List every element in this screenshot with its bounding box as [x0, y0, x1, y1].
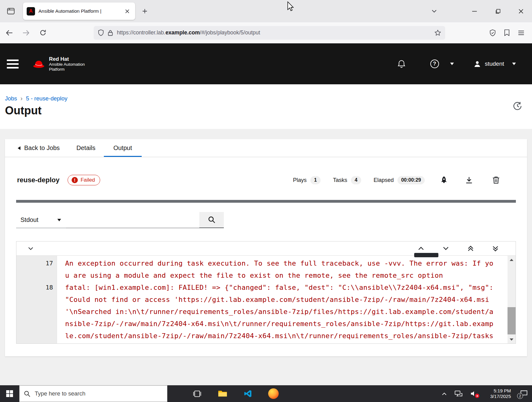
address-bar[interactable]: https://controller.lab.example.com/#/job… — [94, 26, 445, 40]
breadcrumb-jobs-link[interactable]: Jobs — [5, 95, 17, 102]
app-menu-icon[interactable] — [514, 26, 528, 40]
collapse-all-icon[interactable] — [28, 247, 33, 250]
tab-output-label: Output — [113, 144, 132, 152]
tab-close-icon[interactable] — [123, 7, 131, 15]
back-button[interactable] — [2, 25, 17, 40]
line-number: 18 — [16, 281, 57, 294]
scroll-next-icon[interactable] — [443, 247, 449, 250]
output-filter-select[interactable]: Stdout — [16, 212, 66, 228]
log-text: "Could not find or access 'https://git.l… — [57, 294, 489, 306]
scroll-first-icon[interactable] — [468, 246, 473, 251]
delete-trash-icon[interactable] — [492, 176, 500, 184]
network-icon[interactable] — [454, 390, 463, 397]
url-text: https://controller.lab.example.com/#/job… — [117, 29, 435, 36]
failed-exclamation-icon: ! — [72, 177, 78, 183]
help-caret-icon[interactable] — [450, 63, 454, 65]
taskbar-search-input[interactable] — [35, 390, 146, 397]
log-text: An exception occurred during task execut… — [57, 257, 494, 269]
output-search-toolbar: Stdout — [16, 212, 516, 228]
status-label: Failed — [81, 177, 95, 183]
log-text: u are using a module and expect the file… — [57, 269, 443, 281]
scroll-previous-icon[interactable] — [418, 247, 424, 250]
new-tab-button[interactable] — [138, 5, 151, 18]
page-header: Jobs › 5 - reuse-deploy Output — [0, 84, 532, 129]
window-minimize-button[interactable] — [463, 0, 486, 22]
line-number — [16, 269, 57, 281]
tracking-shield-icon[interactable] — [98, 29, 104, 36]
scrollbar-up-icon[interactable] — [508, 256, 516, 264]
taskbar-search[interactable] — [19, 385, 167, 402]
tray-expand-chevron-icon[interactable] — [442, 392, 446, 395]
log-line[interactable]: u are using a module and expect the file… — [16, 269, 516, 281]
line-number — [16, 330, 57, 342]
download-icon[interactable] — [465, 176, 473, 184]
elapsed-label: Elapsed — [374, 177, 394, 183]
breadcrumb-separator-icon: › — [20, 95, 23, 102]
nav-toggle-icon[interactable] — [7, 60, 20, 68]
log-line[interactable]: "Could not find or access 'https://git.l… — [16, 294, 516, 306]
browser-tab[interactable]: A Ansible Automation Platform | — [23, 2, 135, 20]
vscode-icon[interactable] — [239, 385, 257, 402]
volume-muted-badge — [475, 394, 479, 398]
help-icon[interactable]: ? — [430, 60, 439, 68]
brand-logo: Red Hat Ansible Automation Platform — [32, 56, 85, 72]
line-number: 17 — [16, 257, 57, 269]
log-line[interactable]: 18 fatal: [win1.example.com]: FAILED! =>… — [16, 281, 516, 294]
username[interactable]: student — [485, 60, 504, 67]
tab-details-label: Details — [77, 144, 95, 152]
breadcrumb-current-link[interactable]: 5 - reuse-deploy — [26, 95, 68, 102]
window-maximize-button[interactable] — [486, 0, 510, 22]
tab-list-chevron-icon[interactable] — [427, 4, 441, 18]
log-line[interactable]: 17 An exception occurred during task exe… — [16, 257, 516, 269]
notifications-bell-icon[interactable] — [397, 60, 406, 68]
job-output-card: Back to Jobs Details Output reuse-deploy… — [5, 139, 527, 356]
windows-logo-icon — [6, 390, 13, 397]
status-badge: ! Failed — [68, 175, 100, 185]
log-line[interactable]: nsible-7zip/-/raw/main/7z2404-x64.msi\n\… — [16, 318, 516, 330]
firefox-icon[interactable] — [264, 385, 283, 402]
bookmark-star-icon[interactable] — [435, 30, 441, 36]
taskbar-clock[interactable]: 5:19 PM 3/17/2025 — [484, 388, 511, 399]
action-center-icon[interactable]: 2 — [520, 390, 528, 397]
back-triangle-icon — [18, 146, 20, 150]
history-icon[interactable] — [512, 101, 522, 111]
log-line[interactable]: '\nSearched in:\n\t/runner/requirements_… — [16, 306, 516, 318]
line-number — [16, 294, 57, 306]
brand-text: Red Hat Ansible Automation Platform — [49, 56, 85, 72]
windows-taskbar: 5:19 PM 3/17/2025 2 — [0, 385, 532, 402]
tab-output[interactable]: Output — [104, 139, 142, 157]
file-explorer-icon[interactable] — [213, 385, 232, 402]
firefox-view-icon[interactable] — [4, 4, 18, 18]
log-scrollbar[interactable] — [508, 256, 516, 343]
user-caret-icon[interactable] — [512, 63, 516, 65]
log-line[interactable]: le.com/student/ansible-7zip/-/raw/main/7… — [16, 330, 516, 342]
job-progress-bar — [16, 200, 516, 203]
tab-back-to-jobs[interactable]: Back to Jobs — [18, 139, 68, 157]
save-page-icon[interactable] — [500, 26, 514, 40]
elapsed-badge: 00:00:29 — [397, 176, 425, 184]
scrollbar-thumb[interactable] — [508, 307, 516, 334]
card-tabs: Back to Jobs Details Output — [5, 139, 527, 157]
relaunch-rocket-icon[interactable] — [440, 176, 448, 184]
output-search-input[interactable] — [66, 212, 199, 228]
job-output-log: 17 An exception occurred during task exe… — [16, 256, 516, 343]
scroll-last-icon[interactable] — [493, 246, 498, 251]
scrollbar-down-icon[interactable] — [508, 335, 516, 343]
account-shield-icon[interactable] — [485, 26, 500, 40]
search-button[interactable] — [199, 212, 224, 228]
plays-count-badge: 1 — [310, 176, 321, 184]
reload-button[interactable] — [35, 25, 50, 40]
taskbar-search-icon — [24, 391, 30, 397]
tab-title: Ansible Automation Platform | — [38, 8, 123, 14]
lock-icon[interactable] — [108, 30, 113, 36]
job-header: reuse-deploy ! Failed Plays 1 Tasks 4 El… — [5, 172, 527, 188]
mouse-cursor — [287, 1, 295, 12]
window-close-button[interactable] — [510, 0, 532, 22]
tab-details[interactable]: Details — [68, 139, 104, 157]
output-panel-toolbar — [16, 241, 516, 256]
volume-icon[interactable] — [470, 391, 477, 397]
select-caret-icon — [57, 219, 61, 221]
task-view-icon[interactable] — [188, 385, 206, 402]
start-button[interactable] — [0, 385, 19, 402]
forward-button[interactable] — [19, 25, 33, 40]
